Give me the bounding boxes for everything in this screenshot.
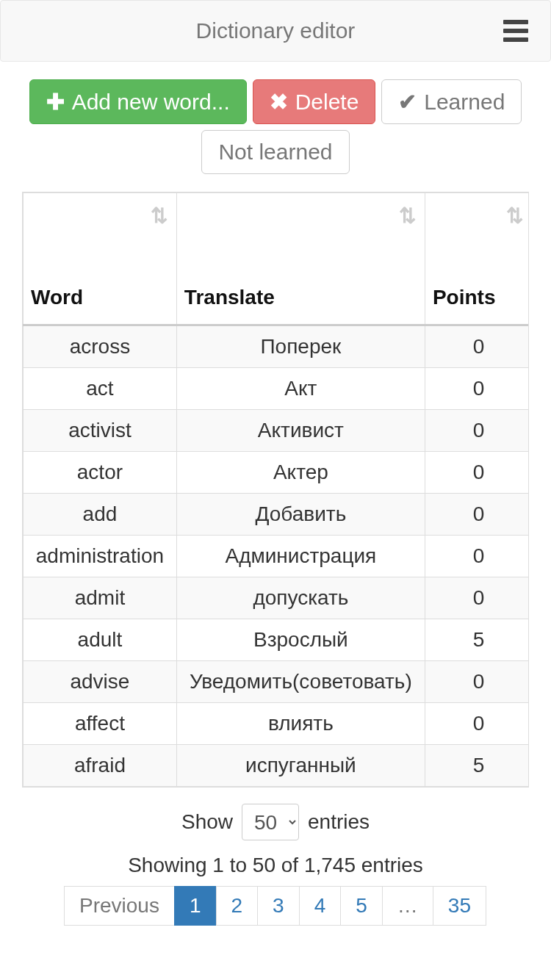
cell-translate: Взрослый — [176, 619, 425, 661]
table-row[interactable]: adultВзрослый5 — [24, 619, 530, 661]
cell-word: across — [24, 325, 177, 368]
cell-translate: влиять — [176, 703, 425, 745]
cell-points: 0 — [425, 325, 529, 368]
table-row[interactable]: actorАктер0 — [24, 452, 530, 494]
add-word-button[interactable]: Add new word... — [29, 79, 247, 124]
cell-translate: допускать — [176, 577, 425, 619]
page-ellipsis: … — [382, 886, 433, 926]
cell-points: 0 — [425, 368, 529, 410]
cell-points: 0 — [425, 703, 529, 745]
toolbar: Add new word... Delete Learned Not learn… — [0, 76, 551, 177]
show-suffix: entries — [308, 810, 370, 834]
sort-icon — [399, 203, 416, 228]
delete-button[interactable]: Delete — [253, 79, 376, 124]
not-learned-button[interactable]: Not learned — [201, 130, 349, 174]
table-row[interactable]: adviseУведомить(советовать)0 — [24, 661, 530, 703]
cell-translate: Активист — [176, 410, 425, 452]
table-row[interactable]: admitдопускать0 — [24, 577, 530, 619]
page-3[interactable]: 3 — [257, 886, 300, 926]
dictionary-table: Word Translate Points F acrossПоперек0ac… — [23, 192, 529, 787]
table-body: acrossПоперек0actАкт0activistАктивист0ac… — [24, 325, 530, 787]
page-size-select[interactable]: 50 — [242, 804, 299, 840]
cell-word: activist — [24, 410, 177, 452]
cell-points: 0 — [425, 410, 529, 452]
cell-word: affect — [24, 703, 177, 745]
close-icon — [270, 89, 288, 115]
hamburger-bar — [503, 20, 528, 24]
dictionary-table-wrapper: Word Translate Points F acrossПоперек0ac… — [22, 192, 529, 788]
table-row[interactable]: acrossПоперек0 — [24, 325, 530, 368]
cell-translate: Уведомить(советовать) — [176, 661, 425, 703]
cell-word: act — [24, 368, 177, 410]
table-footer: Show 50 entries Showing 1 to 50 of 1,745… — [22, 804, 529, 926]
menu-toggle-button[interactable] — [503, 20, 528, 42]
page-title: Dictionary editor — [196, 18, 356, 43]
not-learned-label: Not learned — [218, 140, 332, 165]
navbar: Dictionary editor — [0, 0, 551, 62]
cell-points: 0 — [425, 577, 529, 619]
learned-button[interactable]: Learned — [381, 79, 522, 124]
cell-word: advise — [24, 661, 177, 703]
cell-translate: Поперек — [176, 325, 425, 368]
check-icon — [398, 89, 417, 115]
cell-word: admit — [24, 577, 177, 619]
table-row[interactable]: actАкт0 — [24, 368, 530, 410]
cell-translate: Актер — [176, 452, 425, 494]
cell-points: 0 — [425, 536, 529, 577]
sort-icon — [151, 203, 168, 228]
cell-translate: Администрация — [176, 536, 425, 577]
table-row[interactable]: addДобавить0 — [24, 494, 530, 536]
cell-word: administration — [24, 536, 177, 577]
cell-word: actor — [24, 452, 177, 494]
cell-word: afraid — [24, 745, 177, 787]
page-2[interactable]: 2 — [216, 886, 259, 926]
cell-translate: Акт — [176, 368, 425, 410]
add-word-label: Add new word... — [72, 90, 230, 115]
table-row[interactable]: afraidиспуганный5 — [24, 745, 530, 787]
hamburger-bar — [503, 37, 528, 42]
cell-points: 0 — [425, 661, 529, 703]
page-4[interactable]: 4 — [299, 886, 342, 926]
sort-icon — [506, 203, 523, 228]
show-prefix: Show — [181, 810, 233, 834]
table-row[interactable]: administrationАдминистрация0 — [24, 536, 530, 577]
cell-word: add — [24, 494, 177, 536]
pagination: Previous 1 2 3 4 5 … 35 — [22, 886, 529, 926]
table-header-row: Word Translate Points F — [24, 193, 530, 325]
cell-points: 0 — [425, 494, 529, 536]
header-translate-label: Translate — [184, 286, 275, 309]
table-row[interactable]: affectвлиять0 — [24, 703, 530, 745]
page-1[interactable]: 1 — [174, 886, 217, 926]
plus-icon — [46, 89, 65, 115]
cell-translate: Добавить — [176, 494, 425, 536]
header-word-label: Word — [31, 286, 83, 309]
column-header-word[interactable]: Word — [24, 193, 177, 325]
cell-word: adult — [24, 619, 177, 661]
learned-label: Learned — [424, 90, 505, 115]
page-size-control: Show 50 entries — [22, 804, 529, 840]
column-header-translate[interactable]: Translate — [176, 193, 425, 325]
hamburger-bar — [503, 29, 528, 33]
page-last[interactable]: 35 — [433, 886, 486, 926]
cell-translate: испуганный — [176, 745, 425, 787]
column-header-points[interactable]: Points — [425, 193, 529, 325]
delete-label: Delete — [295, 90, 359, 115]
table-row[interactable]: activistАктивист0 — [24, 410, 530, 452]
entries-info: Showing 1 to 50 of 1,745 entries — [22, 854, 529, 877]
header-points-label: Points — [433, 286, 496, 309]
page-5[interactable]: 5 — [340, 886, 383, 926]
cell-points: 5 — [425, 619, 529, 661]
page-previous[interactable]: Previous — [64, 886, 175, 926]
cell-points: 0 — [425, 452, 529, 494]
cell-points: 5 — [425, 745, 529, 787]
